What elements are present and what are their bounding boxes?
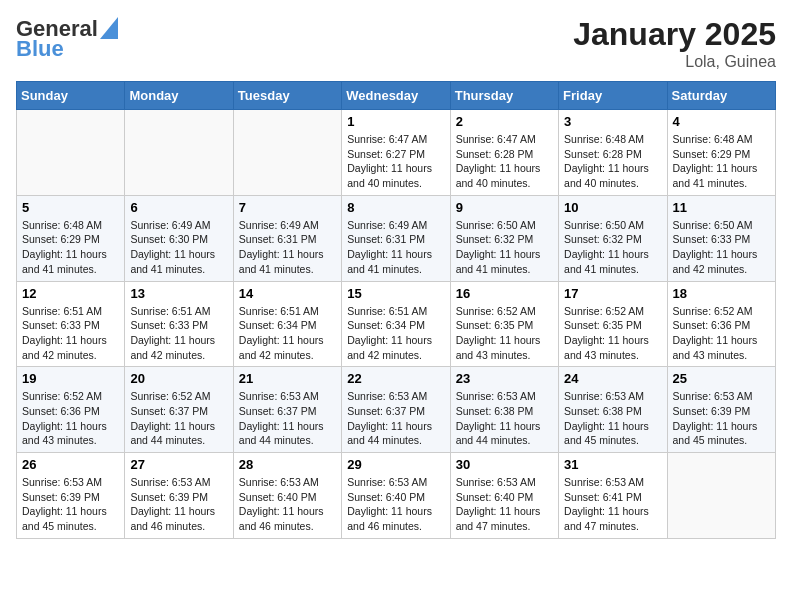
day-info: Sunrise: 6:53 AMSunset: 6:37 PMDaylight:… [347, 389, 444, 448]
weekday-header-sunday: Sunday [17, 82, 125, 110]
day-info: Sunrise: 6:52 AMSunset: 6:35 PMDaylight:… [564, 304, 661, 363]
month-title: January 2025 [573, 16, 776, 53]
logo-triangle-icon [100, 17, 118, 39]
calendar-day-cell: 21Sunrise: 6:53 AMSunset: 6:37 PMDayligh… [233, 367, 341, 453]
day-number: 6 [130, 200, 227, 215]
weekday-header-saturday: Saturday [667, 82, 775, 110]
calendar-table: SundayMondayTuesdayWednesdayThursdayFrid… [16, 81, 776, 539]
day-info: Sunrise: 6:50 AMSunset: 6:32 PMDaylight:… [564, 218, 661, 277]
day-number: 28 [239, 457, 336, 472]
logo: General Blue [16, 16, 118, 62]
day-number: 13 [130, 286, 227, 301]
calendar-week-row: 12Sunrise: 6:51 AMSunset: 6:33 PMDayligh… [17, 281, 776, 367]
day-info: Sunrise: 6:53 AMSunset: 6:41 PMDaylight:… [564, 475, 661, 534]
day-number: 24 [564, 371, 661, 386]
day-info: Sunrise: 6:52 AMSunset: 6:36 PMDaylight:… [673, 304, 770, 363]
calendar-day-cell: 22Sunrise: 6:53 AMSunset: 6:37 PMDayligh… [342, 367, 450, 453]
calendar-empty-cell [17, 110, 125, 196]
page-header: General Blue January 2025 Lola, Guinea [16, 16, 776, 71]
day-info: Sunrise: 6:48 AMSunset: 6:29 PMDaylight:… [22, 218, 119, 277]
day-number: 29 [347, 457, 444, 472]
weekday-header-thursday: Thursday [450, 82, 558, 110]
day-info: Sunrise: 6:51 AMSunset: 6:33 PMDaylight:… [22, 304, 119, 363]
day-info: Sunrise: 6:47 AMSunset: 6:27 PMDaylight:… [347, 132, 444, 191]
day-info: Sunrise: 6:53 AMSunset: 6:40 PMDaylight:… [456, 475, 553, 534]
calendar-day-cell: 12Sunrise: 6:51 AMSunset: 6:33 PMDayligh… [17, 281, 125, 367]
day-info: Sunrise: 6:52 AMSunset: 6:37 PMDaylight:… [130, 389, 227, 448]
logo-text-block: General Blue [16, 16, 118, 62]
day-info: Sunrise: 6:53 AMSunset: 6:37 PMDaylight:… [239, 389, 336, 448]
day-number: 10 [564, 200, 661, 215]
calendar-day-cell: 2Sunrise: 6:47 AMSunset: 6:28 PMDaylight… [450, 110, 558, 196]
weekday-header-monday: Monday [125, 82, 233, 110]
day-number: 31 [564, 457, 661, 472]
day-info: Sunrise: 6:48 AMSunset: 6:28 PMDaylight:… [564, 132, 661, 191]
day-info: Sunrise: 6:51 AMSunset: 6:34 PMDaylight:… [347, 304, 444, 363]
day-info: Sunrise: 6:53 AMSunset: 6:40 PMDaylight:… [347, 475, 444, 534]
day-number: 20 [130, 371, 227, 386]
weekday-header-wednesday: Wednesday [342, 82, 450, 110]
day-info: Sunrise: 6:50 AMSunset: 6:33 PMDaylight:… [673, 218, 770, 277]
calendar-day-cell: 3Sunrise: 6:48 AMSunset: 6:28 PMDaylight… [559, 110, 667, 196]
day-info: Sunrise: 6:51 AMSunset: 6:34 PMDaylight:… [239, 304, 336, 363]
calendar-day-cell: 27Sunrise: 6:53 AMSunset: 6:39 PMDayligh… [125, 453, 233, 539]
day-number: 25 [673, 371, 770, 386]
day-info: Sunrise: 6:49 AMSunset: 6:31 PMDaylight:… [239, 218, 336, 277]
day-number: 9 [456, 200, 553, 215]
day-number: 12 [22, 286, 119, 301]
calendar-day-cell: 6Sunrise: 6:49 AMSunset: 6:30 PMDaylight… [125, 195, 233, 281]
calendar-day-cell: 26Sunrise: 6:53 AMSunset: 6:39 PMDayligh… [17, 453, 125, 539]
day-number: 16 [456, 286, 553, 301]
calendar-week-row: 1Sunrise: 6:47 AMSunset: 6:27 PMDaylight… [17, 110, 776, 196]
calendar-week-row: 19Sunrise: 6:52 AMSunset: 6:36 PMDayligh… [17, 367, 776, 453]
day-info: Sunrise: 6:53 AMSunset: 6:39 PMDaylight:… [130, 475, 227, 534]
day-info: Sunrise: 6:48 AMSunset: 6:29 PMDaylight:… [673, 132, 770, 191]
day-number: 22 [347, 371, 444, 386]
calendar-week-row: 26Sunrise: 6:53 AMSunset: 6:39 PMDayligh… [17, 453, 776, 539]
calendar-day-cell: 5Sunrise: 6:48 AMSunset: 6:29 PMDaylight… [17, 195, 125, 281]
day-number: 27 [130, 457, 227, 472]
day-number: 4 [673, 114, 770, 129]
svg-marker-0 [100, 17, 118, 39]
day-number: 21 [239, 371, 336, 386]
day-number: 26 [22, 457, 119, 472]
calendar-day-cell: 18Sunrise: 6:52 AMSunset: 6:36 PMDayligh… [667, 281, 775, 367]
calendar-empty-cell [233, 110, 341, 196]
day-number: 8 [347, 200, 444, 215]
calendar-day-cell: 7Sunrise: 6:49 AMSunset: 6:31 PMDaylight… [233, 195, 341, 281]
calendar-day-cell: 28Sunrise: 6:53 AMSunset: 6:40 PMDayligh… [233, 453, 341, 539]
calendar-day-cell: 15Sunrise: 6:51 AMSunset: 6:34 PMDayligh… [342, 281, 450, 367]
calendar-day-cell: 24Sunrise: 6:53 AMSunset: 6:38 PMDayligh… [559, 367, 667, 453]
calendar-day-cell: 31Sunrise: 6:53 AMSunset: 6:41 PMDayligh… [559, 453, 667, 539]
calendar-day-cell: 29Sunrise: 6:53 AMSunset: 6:40 PMDayligh… [342, 453, 450, 539]
day-number: 11 [673, 200, 770, 215]
calendar-day-cell: 17Sunrise: 6:52 AMSunset: 6:35 PMDayligh… [559, 281, 667, 367]
calendar-empty-cell [667, 453, 775, 539]
day-number: 18 [673, 286, 770, 301]
day-number: 1 [347, 114, 444, 129]
day-number: 5 [22, 200, 119, 215]
day-number: 15 [347, 286, 444, 301]
day-number: 19 [22, 371, 119, 386]
calendar-day-cell: 30Sunrise: 6:53 AMSunset: 6:40 PMDayligh… [450, 453, 558, 539]
title-block: January 2025 Lola, Guinea [573, 16, 776, 71]
day-info: Sunrise: 6:53 AMSunset: 6:40 PMDaylight:… [239, 475, 336, 534]
day-number: 2 [456, 114, 553, 129]
day-info: Sunrise: 6:49 AMSunset: 6:30 PMDaylight:… [130, 218, 227, 277]
location: Lola, Guinea [573, 53, 776, 71]
day-info: Sunrise: 6:53 AMSunset: 6:38 PMDaylight:… [564, 389, 661, 448]
day-info: Sunrise: 6:50 AMSunset: 6:32 PMDaylight:… [456, 218, 553, 277]
calendar-day-cell: 19Sunrise: 6:52 AMSunset: 6:36 PMDayligh… [17, 367, 125, 453]
day-info: Sunrise: 6:52 AMSunset: 6:36 PMDaylight:… [22, 389, 119, 448]
calendar-day-cell: 9Sunrise: 6:50 AMSunset: 6:32 PMDaylight… [450, 195, 558, 281]
calendar-day-cell: 16Sunrise: 6:52 AMSunset: 6:35 PMDayligh… [450, 281, 558, 367]
calendar-day-cell: 4Sunrise: 6:48 AMSunset: 6:29 PMDaylight… [667, 110, 775, 196]
calendar-day-cell: 25Sunrise: 6:53 AMSunset: 6:39 PMDayligh… [667, 367, 775, 453]
weekday-header-tuesday: Tuesday [233, 82, 341, 110]
calendar-day-cell: 23Sunrise: 6:53 AMSunset: 6:38 PMDayligh… [450, 367, 558, 453]
calendar-day-cell: 14Sunrise: 6:51 AMSunset: 6:34 PMDayligh… [233, 281, 341, 367]
day-info: Sunrise: 6:53 AMSunset: 6:39 PMDaylight:… [673, 389, 770, 448]
logo-blue: Blue [16, 36, 64, 62]
day-info: Sunrise: 6:53 AMSunset: 6:39 PMDaylight:… [22, 475, 119, 534]
day-number: 30 [456, 457, 553, 472]
